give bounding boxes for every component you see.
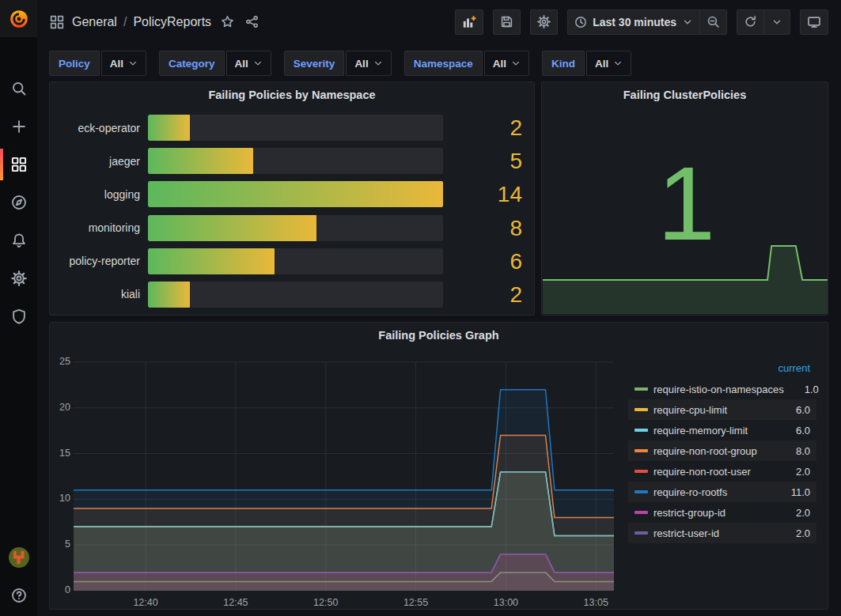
filter-value-dropdown[interactable]: All [101,51,146,76]
bar-gauge-track [148,215,443,241]
legend-row[interactable]: require-non-root-group8.0 [628,440,816,461]
sidebar-item-search[interactable] [0,70,37,108]
legend-series-current-value: 2.0 [775,466,810,478]
bar-gauge-row: policy-reporter6 [59,248,522,274]
bar-gauge-track [148,148,443,174]
breadcrumb: General / PolicyReports [50,13,260,30]
panel-failing-policies-graph: Failing Policies Graph 051015202512:4012… [49,322,828,610]
panel-failing-policies-by-namespace: Failing Policies by Namespace eck-operat… [49,81,535,316]
question-icon [11,588,27,603]
sidebar-item-alerting[interactable] [0,221,37,259]
add-panel-button[interactable] [455,9,483,35]
x-axis-tick-label: 12:40 [128,597,163,608]
time-controls: Last 30 minutes [567,9,727,35]
panel-title[interactable]: Failing Policies Graph [50,323,828,342]
filter-value-dropdown[interactable]: All [484,51,529,76]
bar-gauge-bar [148,215,316,241]
kiosk-mode-button[interactable] [800,9,828,35]
plus-icon [11,119,27,134]
legend-row[interactable]: require-memory-limit6.0 [628,420,816,440]
graph-plot-area[interactable] [74,357,614,591]
refresh-interval-dropdown[interactable] [763,9,790,35]
grafana-logo-icon[interactable] [0,0,37,37]
save-dashboard-button[interactable] [493,9,521,35]
share-icon [245,15,259,28]
save-icon [500,15,513,28]
legend-series-swatch [635,470,648,473]
legend-series-name: require-ro-rootfs [653,486,775,498]
refresh-button[interactable] [737,9,763,35]
filter-value-dropdown[interactable]: All [586,51,631,76]
legend-row[interactable]: restrict-group-id2.0 [628,502,816,523]
compass-icon [11,195,27,210]
breadcrumb-folder[interactable]: General [72,15,117,29]
chevron-down-icon [253,59,263,68]
bar-gauge-row-label: eck-operator [59,122,142,134]
filter-severity: SeverityAll [284,51,392,76]
filter-label: Namespace [404,51,483,76]
filter-value-dropdown[interactable]: All [226,51,271,76]
bar-gauge-track [148,282,443,308]
filter-value-text: All [110,58,123,70]
filter-policy: PolicyAll [49,51,146,76]
bar-gauge-value: 2 [449,282,522,308]
share-dashboard-button[interactable] [244,13,260,30]
panel-title[interactable]: Failing ClusterPolicies [542,82,828,101]
breadcrumb-dashboard[interactable]: PolicyReports [133,15,211,29]
legend-series-name: restrict-group-id [653,507,775,519]
bar-gauge-row-label: monitoring [59,221,142,234]
star-icon [221,15,234,28]
page-title[interactable]: General / PolicyReports [72,15,211,29]
bar-gauge-track [148,248,443,274]
shield-icon [11,308,27,324]
legend-series-current-value: 6.0 [775,404,810,416]
bar-gauge-row: eck-operator2 [59,115,522,141]
legend-row[interactable]: require-ro-rootfs11.0 [628,482,816,502]
legend-series-name: restrict-user-id [653,527,775,539]
bar-gauge-bar [148,148,253,174]
sidebar-item-server-admin[interactable] [0,297,37,335]
sidebar-item-create[interactable] [0,108,37,145]
bar-gauge-value: 8 [449,215,522,241]
dashboards-icon [11,157,27,172]
dashboard-toolbar: Last 30 minutes [455,9,828,35]
filter-value-text: All [235,58,248,70]
legend-row[interactable]: require-istio-on-namespaces1.0 [628,379,816,399]
chevron-down-icon [682,17,693,28]
chevron-down-icon [373,59,383,68]
legend-current-header[interactable]: current [628,359,816,379]
sidebar-item-help[interactable] [0,576,37,614]
breadcrumb-separator: / [123,15,127,29]
legend-series-swatch [635,408,648,411]
zoom-out-icon [707,15,720,28]
filter-category: CategoryAll [159,51,271,76]
dashboard-settings-button[interactable] [530,9,558,35]
filter-namespace: NamespaceAll [404,51,529,76]
zoom-out-button[interactable] [699,9,727,35]
time-range-picker[interactable]: Last 30 minutes [567,9,699,35]
sidebar-item-explore[interactable] [0,183,37,221]
filter-value-dropdown[interactable]: All [346,51,391,76]
search-icon [11,81,27,96]
legend-series-swatch [635,511,648,514]
sidebar-item-configuration[interactable] [0,259,37,297]
legend-series-current-value: 1.0 [784,384,819,395]
filter-label: Severity [284,51,345,76]
star-dashboard-button[interactable] [219,13,236,30]
legend-series-swatch [635,490,648,493]
dashboard-grid-icon [50,15,64,29]
panel-title[interactable]: Failing Policies by Namespace [50,82,534,101]
legend-series-name: require-non-root-user [653,466,775,478]
refresh-controls [737,9,790,35]
legend-row[interactable]: restrict-user-id2.0 [628,523,816,543]
gear-icon [537,15,551,28]
bar-gauge-bar [148,181,443,207]
legend-row[interactable]: require-non-root-user2.0 [628,461,816,482]
sidebar-item-profile[interactable] [0,539,37,576]
gear-icon [11,270,27,286]
legend-row[interactable]: require-cpu-limit6.0 [628,399,816,420]
bar-gauge-row: logging14 [59,181,522,207]
refresh-icon [744,15,757,28]
sidebar-item-dashboards[interactable] [0,145,37,183]
y-axis-tick-label: 25 [50,356,70,367]
